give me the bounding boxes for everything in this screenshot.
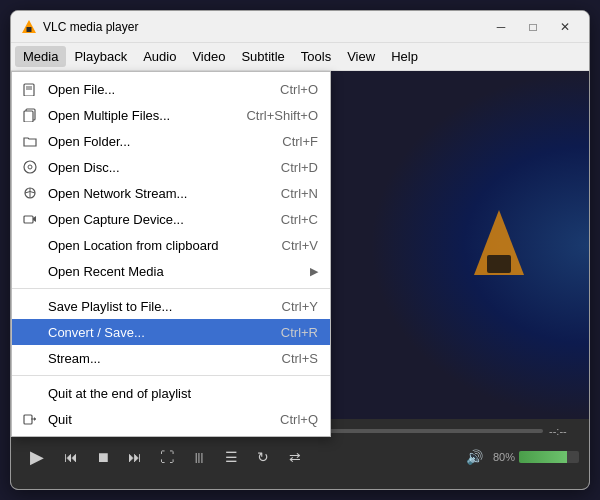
- svg-rect-1: [27, 27, 32, 32]
- open-recent-icon: [22, 263, 38, 279]
- stream-icon: [22, 350, 38, 366]
- menu-open-capture[interactable]: Open Capture Device... Ctrl+C: [12, 206, 330, 232]
- open-disc-label: Open Disc...: [48, 160, 261, 175]
- svg-point-9: [24, 161, 36, 173]
- save-playlist-icon: [22, 298, 38, 314]
- time-remaining: --:--: [549, 425, 579, 437]
- open-file-icon: [22, 81, 38, 97]
- window-controls: ─ □ ✕: [487, 17, 579, 37]
- convert-save-icon: [22, 324, 38, 340]
- open-disc-shortcut: Ctrl+D: [281, 160, 318, 175]
- menu-video[interactable]: Video: [184, 46, 233, 67]
- open-capture-label: Open Capture Device...: [48, 212, 261, 227]
- open-location-icon: [22, 237, 38, 253]
- save-playlist-label: Save Playlist to File...: [48, 299, 262, 314]
- menu-open-file[interactable]: Open File... Ctrl+O: [12, 76, 330, 102]
- menu-tools[interactable]: Tools: [293, 46, 339, 67]
- vlc-window: VLC media player ─ □ ✕ Media Playback Au…: [10, 10, 590, 490]
- open-disc-icon: [22, 159, 38, 175]
- menu-media[interactable]: Media: [15, 46, 66, 67]
- window-title: VLC media player: [43, 20, 487, 34]
- svg-rect-3: [487, 255, 511, 273]
- volume-button[interactable]: 🔊: [461, 443, 489, 471]
- save-playlist-shortcut: Ctrl+Y: [282, 299, 318, 314]
- open-folder-label: Open Folder...: [48, 134, 262, 149]
- maximize-button[interactable]: □: [519, 17, 547, 37]
- open-location-shortcut: Ctrl+V: [282, 238, 318, 253]
- stream-shortcut: Ctrl+S: [282, 351, 318, 366]
- open-location-label: Open Location from clipboard: [48, 238, 262, 253]
- open-file-shortcut: Ctrl+O: [280, 82, 318, 97]
- convert-save-shortcut: Ctrl+R: [281, 325, 318, 340]
- titlebar: VLC media player ─ □ ✕: [11, 11, 589, 43]
- open-multiple-shortcut: Ctrl+Shift+O: [246, 108, 318, 123]
- open-recent-arrow: ▶: [310, 265, 318, 278]
- menu-stream[interactable]: Stream... Ctrl+S: [12, 345, 330, 371]
- volume-fill: [519, 451, 567, 463]
- quit-icon: [22, 411, 38, 427]
- menu-view[interactable]: View: [339, 46, 383, 67]
- vlc-cone-decoration: [469, 205, 529, 285]
- next-button[interactable]: ⏭: [121, 443, 149, 471]
- separator-1: [12, 288, 330, 289]
- volume-area: 🔊 80%: [461, 443, 579, 471]
- menu-quit-playlist[interactable]: Quit at the end of playlist: [12, 380, 330, 406]
- open-multiple-label: Open Multiple Files...: [48, 108, 226, 123]
- menu-open-folder[interactable]: Open Folder... Ctrl+F: [12, 128, 330, 154]
- quit-playlist-icon: [22, 385, 38, 401]
- close-button[interactable]: ✕: [551, 17, 579, 37]
- quit-playlist-label: Quit at the end of playlist: [48, 386, 318, 401]
- svg-marker-17: [34, 417, 36, 421]
- quit-label: Quit: [48, 412, 260, 427]
- extended-settings-button[interactable]: |||: [185, 443, 213, 471]
- menu-audio[interactable]: Audio: [135, 46, 184, 67]
- open-capture-shortcut: Ctrl+C: [281, 212, 318, 227]
- volume-label: 80%: [493, 451, 515, 463]
- random-button[interactable]: ⇄: [281, 443, 309, 471]
- stop-button[interactable]: ⏹: [89, 443, 117, 471]
- menu-subtitle[interactable]: Subtitle: [233, 46, 292, 67]
- separator-2: [12, 375, 330, 376]
- media-dropdown: Open File... Ctrl+O Open Multiple Files.…: [11, 71, 331, 437]
- playlist-button[interactable]: ☰: [217, 443, 245, 471]
- menu-open-location[interactable]: Open Location from clipboard Ctrl+V: [12, 232, 330, 258]
- menu-help[interactable]: Help: [383, 46, 426, 67]
- open-network-icon: [22, 185, 38, 201]
- svg-rect-8: [24, 111, 33, 122]
- open-multiple-icon: [22, 107, 38, 123]
- menu-save-playlist[interactable]: Save Playlist to File... Ctrl+Y: [12, 293, 330, 319]
- menubar: Media Playback Audio Video Subtitle Tool…: [11, 43, 589, 71]
- open-recent-label: Open Recent Media: [48, 264, 302, 279]
- prev-button[interactable]: ⏮: [57, 443, 85, 471]
- svg-rect-4: [24, 84, 34, 96]
- svg-rect-15: [24, 415, 32, 424]
- open-folder-icon: [22, 133, 38, 149]
- open-capture-icon: [22, 211, 38, 227]
- svg-rect-13: [24, 216, 33, 223]
- menu-quit[interactable]: Quit Ctrl+Q: [12, 406, 330, 432]
- vlc-logo-icon: [21, 19, 37, 35]
- fullscreen-button[interactable]: ⛶: [153, 443, 181, 471]
- open-network-label: Open Network Stream...: [48, 186, 261, 201]
- menu-convert-save[interactable]: Convert / Save... Ctrl+R: [12, 319, 330, 345]
- minimize-button[interactable]: ─: [487, 17, 515, 37]
- controls-row: ▶ ⏮ ⏹ ⏭ ⛶ ||| ☰ ↻ ⇄ 🔊 80%: [11, 439, 589, 475]
- menu-open-network[interactable]: Open Network Stream... Ctrl+N: [12, 180, 330, 206]
- loop-button[interactable]: ↻: [249, 443, 277, 471]
- open-file-label: Open File...: [48, 82, 260, 97]
- open-folder-shortcut: Ctrl+F: [282, 134, 318, 149]
- menu-playback[interactable]: Playback: [66, 46, 135, 67]
- quit-shortcut: Ctrl+Q: [280, 412, 318, 427]
- convert-save-label: Convert / Save...: [48, 325, 261, 340]
- menu-open-disc[interactable]: Open Disc... Ctrl+D: [12, 154, 330, 180]
- volume-bar[interactable]: [519, 451, 579, 463]
- menu-open-recent[interactable]: Open Recent Media ▶: [12, 258, 330, 284]
- play-button[interactable]: ▶: [21, 441, 53, 473]
- stream-label: Stream...: [48, 351, 262, 366]
- menu-open-multiple[interactable]: Open Multiple Files... Ctrl+Shift+O: [12, 102, 330, 128]
- svg-point-10: [28, 165, 32, 169]
- video-content: Open File... Ctrl+O Open Multiple Files.…: [11, 71, 589, 419]
- open-network-shortcut: Ctrl+N: [281, 186, 318, 201]
